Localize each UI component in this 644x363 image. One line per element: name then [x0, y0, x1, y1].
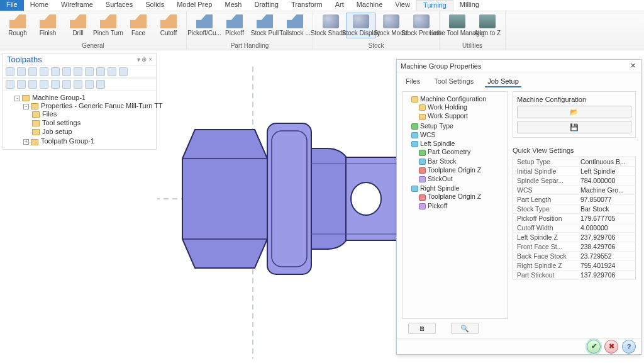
- dialog-tab-job-setup[interactable]: Job Setup: [485, 76, 521, 87]
- ribbon: RoughFinishDrillPinch TurnFaceCutoffGene…: [0, 11, 644, 50]
- config-tree[interactable]: Machine ConfigurationWork HoldingWork Su…: [402, 91, 508, 319]
- rough-icon: [9, 14, 26, 28]
- ribbon-group-label: Utilities: [442, 42, 502, 50]
- ribbon-face[interactable]: Face: [123, 13, 153, 38]
- quick-view-header: Quick View Settings: [513, 147, 636, 154]
- cutoff-icon: [160, 14, 177, 28]
- ok-button[interactable]: ✔: [587, 340, 601, 354]
- qv-row: Back Face Stock23.729552: [513, 252, 636, 261]
- search-doc-button[interactable]: 🔍: [451, 323, 479, 334]
- node-icon: [411, 123, 418, 130]
- menu-tab-home[interactable]: Home: [24, 0, 55, 11]
- tree-toolpath-group[interactable]: Toolpath Group-1: [41, 137, 94, 145]
- menu-tab-turning[interactable]: Turning: [416, 0, 453, 11]
- ribbon-pinch-turn[interactable]: Pinch Turn: [93, 13, 123, 38]
- close-icon[interactable]: ✕: [628, 62, 637, 70]
- align-to-z-icon: [479, 14, 496, 28]
- toolpaths-toolbar[interactable]: [3, 65, 156, 78]
- tree-node-tool-settings[interactable]: Tool settings: [42, 119, 80, 126]
- ribbon-cutoff[interactable]: Cutoff: [153, 13, 184, 38]
- cfg-node-stickout[interactable]: StickOut: [428, 175, 453, 182]
- ribbon-tailstock-[interactable]: Tailstock ...: [280, 13, 310, 38]
- qv-row: Left Spindle Z237.929706: [513, 233, 636, 242]
- ribbon-group-label: General: [3, 42, 184, 50]
- svg-point-8: [351, 182, 381, 215]
- tree-properties[interactable]: Properties - Generic Fanuc Mill-Turn TT: [41, 102, 163, 109]
- tree-node-files[interactable]: Files: [42, 110, 57, 118]
- qv-row: Setup TypeContinuous B...: [513, 157, 636, 167]
- help-button[interactable]: ?: [622, 340, 636, 354]
- menu-tab-drafting[interactable]: Drafting: [248, 0, 285, 11]
- menu-tab-file[interactable]: File: [0, 0, 24, 11]
- stock-model-icon: [383, 14, 399, 28]
- open-config-button[interactable]: 📂: [517, 106, 631, 118]
- tree-machine-group[interactable]: Machine Group-1: [32, 94, 86, 101]
- ribbon-pickoff-cu-[interactable]: Pickoff/Cu...: [189, 13, 219, 38]
- node-icon: [411, 141, 418, 147]
- cfg-node-pickoff[interactable]: Pickoff: [428, 202, 447, 209]
- menu-tab-machine[interactable]: Machine: [350, 0, 389, 11]
- dialog-tab-tool-settings[interactable]: Tool Settings: [431, 76, 476, 87]
- pickoff-cu--icon: [196, 14, 213, 28]
- node-icon: [419, 150, 426, 156]
- ribbon-drill[interactable]: Drill: [63, 13, 93, 38]
- node-icon: [419, 203, 426, 209]
- cfg-node-bar-stock[interactable]: Bar Stock: [428, 157, 457, 165]
- node-icon: [419, 114, 426, 120]
- ribbon-finish[interactable]: Finish: [33, 13, 63, 38]
- dialog-tab-files[interactable]: Files: [403, 76, 423, 87]
- qv-row: Part Stickout137.929706: [513, 271, 636, 280]
- finish-icon: [40, 14, 56, 28]
- cfg-node-setup-type[interactable]: Setup Type: [420, 122, 453, 130]
- ribbon-rough[interactable]: Rough: [3, 13, 33, 38]
- menu-tab-mesh[interactable]: Mesh: [218, 0, 248, 11]
- drill-icon: [70, 14, 86, 28]
- qv-row: Stock TypeBar Stock: [513, 204, 636, 214]
- menu-tab-solids[interactable]: Solids: [139, 0, 170, 11]
- main-menu-tabs: FileHomeWireframeSurfacesSolidsModel Pre…: [0, 0, 644, 11]
- cancel-button[interactable]: ✖: [604, 340, 618, 354]
- tree-node-job-setup[interactable]: Job setup: [42, 128, 72, 135]
- qv-row: Initial SpindleLeft Spindle: [513, 167, 636, 176]
- dialog-title: Machine Group Properties: [401, 62, 481, 70]
- menu-tab-wireframe[interactable]: Wireframe: [55, 0, 99, 11]
- cfg-node-work-support[interactable]: Work Support: [428, 112, 468, 120]
- ribbon-group-label: Part Handling: [189, 42, 310, 50]
- quick-view-table: Setup TypeContinuous B...Initial Spindle…: [513, 157, 636, 280]
- menu-tab-milling[interactable]: Milling: [453, 0, 486, 11]
- menu-tab-surfaces[interactable]: Surfaces: [99, 0, 139, 11]
- menu-tab-transform[interactable]: Transform: [285, 0, 329, 11]
- ribbon-group-label: Stock: [316, 42, 436, 50]
- machine-configuration-box: Machine Configuration 📂 💾: [513, 91, 636, 138]
- svg-rect-5: [267, 123, 311, 274]
- node-icon: [411, 96, 418, 103]
- cfg-node-toolplane-origin-z[interactable]: Toolplane Origin Z: [428, 166, 481, 174]
- menu-tab-model-prep[interactable]: Model Prep: [170, 0, 218, 11]
- ribbon-lathe-tool-manager[interactable]: Lathe Tool Manager: [442, 13, 472, 38]
- svg-marker-2: [182, 130, 267, 268]
- ribbon-stock-pull[interactable]: Stock Pull: [250, 13, 280, 38]
- cfg-node-wcs[interactable]: WCS: [420, 131, 436, 138]
- cfg-node-work-holding[interactable]: Work Holding: [428, 103, 467, 111]
- cfg-node-machine-configuration[interactable]: Machine Configuration: [420, 95, 486, 103]
- menu-tab-view[interactable]: View: [389, 0, 416, 11]
- cfg-node-toolplane-origin-z[interactable]: Toolplane Origin Z: [428, 193, 481, 200]
- ribbon-align-to-z[interactable]: Align to Z: [472, 13, 502, 38]
- cfg-node-left-spindle[interactable]: Left Spindle: [420, 140, 455, 147]
- cfg-node-part-geometry[interactable]: Part Geometry: [428, 148, 470, 155]
- qv-row: Cutoff Width4.000000: [513, 223, 636, 233]
- node-icon: [419, 159, 426, 165]
- toolpaths-toolbar-2[interactable]: [3, 78, 156, 91]
- toolpaths-panel: Toolpaths ▾ ⊕ × -Machine Group-1 -Proper…: [3, 53, 157, 150]
- menu-tab-art[interactable]: Art: [329, 0, 350, 11]
- qv-row: Pickoff Position179.677705: [513, 214, 636, 223]
- qv-row: Front Face St...238.429706: [513, 242, 636, 252]
- node-icon: [411, 186, 418, 192]
- toolpaths-tree[interactable]: -Machine Group-1 -Properties - Generic F…: [3, 91, 156, 149]
- panel-pin-controls[interactable]: ▾ ⊕ ×: [137, 56, 152, 63]
- ribbon-pickoff[interactable]: Pickoff: [219, 13, 250, 38]
- new-doc-button[interactable]: 🗎: [408, 323, 436, 334]
- cfg-node-right-spindle[interactable]: Right Spindle: [420, 184, 459, 192]
- ribbon-stock-display[interactable]: Stock Display: [346, 13, 376, 38]
- save-config-button[interactable]: 💾: [517, 121, 631, 133]
